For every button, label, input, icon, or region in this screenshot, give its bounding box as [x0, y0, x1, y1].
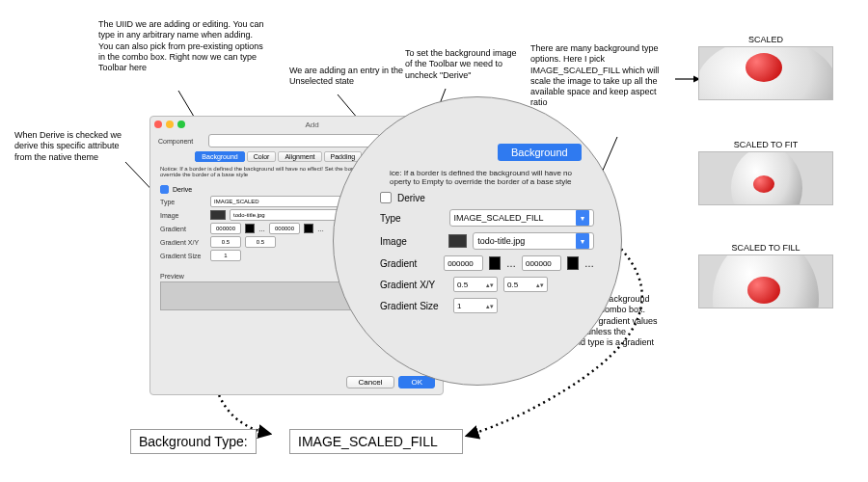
- gradient-size-input[interactable]: 1: [210, 250, 241, 261]
- thumb-scaled: SCALED: [698, 35, 833, 100]
- component-label: Component: [158, 138, 204, 145]
- derive-label: Derive: [173, 186, 192, 193]
- derive-label-mag: Derive: [397, 193, 425, 203]
- swatch-b[interactable]: [304, 224, 313, 233]
- tab-background-mag[interactable]: Background: [498, 144, 582, 161]
- callout-derive: When Derive is checked we derive this sp…: [14, 130, 125, 163]
- gradient-a-mag[interactable]: 000000: [444, 255, 483, 271]
- bottom-value: IMAGE_SCALED_FILL: [289, 429, 463, 454]
- thumb-fit: SCALED TO FIT: [698, 140, 833, 205]
- gradientxy-label: Gradient X/Y: [160, 239, 206, 246]
- bottom-label: Background Type:: [130, 429, 257, 454]
- callout-bgtypes: There are many background type options. …: [530, 43, 675, 109]
- type-select-mag[interactable]: IMAGE_SCALED_FILL▾: [449, 209, 594, 227]
- type-label: Type: [160, 199, 206, 205]
- image-label-mag: Image: [380, 236, 443, 247]
- gradient-b-mag[interactable]: 000000: [522, 255, 561, 271]
- image-select-mag[interactable]: todo-title.jpg▾: [473, 232, 594, 250]
- tab-background[interactable]: Background: [195, 151, 244, 162]
- chevron-down-icon: ▾: [576, 210, 589, 226]
- image-thumb: [210, 210, 226, 220]
- gradient-x-input[interactable]: 0.5: [210, 236, 241, 248]
- tab-color[interactable]: Color: [247, 151, 277, 162]
- callout-unselected: We are adding an entry in the Unselected…: [289, 66, 415, 88]
- callout-uiid: The UIID we are adding or editing. You c…: [98, 19, 267, 73]
- derive-checkbox[interactable]: [160, 185, 169, 194]
- tab-alignment[interactable]: Alignment: [278, 151, 321, 162]
- chevron-down-icon: ▾: [576, 233, 589, 249]
- gradientxy-label-mag: Gradient X/Y: [380, 280, 448, 290]
- ok-button[interactable]: OK: [398, 376, 435, 388]
- gradientsize-label: Gradient Size: [160, 253, 206, 259]
- window-controls[interactable]: [154, 120, 185, 128]
- gradient-label-mag: Gradient: [380, 258, 438, 269]
- swatch-b-mag[interactable]: [567, 256, 579, 270]
- gradient-a-input[interactable]: 000000: [210, 223, 241, 234]
- gx-mag[interactable]: 0.5▴▾: [453, 277, 498, 292]
- component-combobox[interactable]: [208, 134, 380, 147]
- gradient-b-input[interactable]: 000000: [269, 223, 300, 234]
- gs-mag[interactable]: 1▴▾: [453, 298, 498, 313]
- gradient-y-input[interactable]: 0.5: [245, 236, 276, 248]
- callout-bgset: To set the background image of the Toolb…: [405, 48, 521, 81]
- minimize-icon[interactable]: [166, 120, 174, 128]
- gradient-label: Gradient: [160, 226, 206, 232]
- gy-mag[interactable]: 0.5▴▾: [503, 277, 548, 292]
- magnifier: Background ice: If a border is defined t…: [333, 96, 622, 386]
- swatch-a[interactable]: [245, 224, 255, 233]
- thumb-fill: SCALED TO FILL: [698, 243, 833, 308]
- swatch-a-mag[interactable]: [489, 256, 501, 270]
- image-label: Image: [160, 212, 206, 219]
- gradientsize-label-mag: Gradient Size: [380, 301, 448, 311]
- type-label-mag: Type: [380, 213, 444, 224]
- zoom-icon[interactable]: [177, 120, 185, 128]
- image-thumb-mag: [448, 234, 467, 248]
- cancel-button[interactable]: Cancel: [346, 376, 395, 388]
- notice-mag: ice: If a border is defined the backgrou…: [390, 169, 594, 186]
- derive-checkbox-mag[interactable]: [380, 192, 392, 203]
- close-icon[interactable]: [154, 120, 162, 128]
